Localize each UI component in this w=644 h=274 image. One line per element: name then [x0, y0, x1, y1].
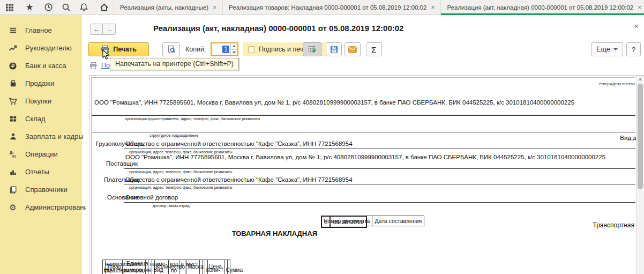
basis-value: Основной договор	[125, 194, 178, 201]
sidebar-item-bank-i-kassa[interactable]: ₽ Банк и касса	[0, 57, 82, 75]
date-header-cell: Дата составления	[372, 216, 424, 226]
supplier-label: Поставщик	[106, 160, 138, 167]
sidebar-item-prodazhi[interactable]: Продажи	[0, 75, 82, 92]
mouse-cursor	[102, 49, 110, 60]
sidebar-item-operatsii[interactable]: ДтКт Операции	[0, 145, 82, 163]
tab-bar: Реализация (акты, накладные) × Реализаци…	[114, 0, 644, 15]
print-tooltip: Напечатать на принтере (Ctrl+Shift+P)	[110, 58, 239, 70]
menu-lines-icon	[8, 26, 18, 35]
history-nav: ← →	[90, 24, 116, 35]
structural-unit-line	[92, 132, 635, 132]
activity-kind-note: Вид д	[620, 135, 636, 141]
col-qty-places: мест	[185, 260, 199, 274]
ruble-circle-icon: ₽	[8, 61, 18, 71]
tab-label: Реализация (акты, накладные)	[120, 4, 208, 11]
tab-label: Реализация товаров: Накладная 0000-00000…	[229, 4, 426, 11]
sidebar-item-zarplata[interactable]: Зарплата и кадры	[0, 128, 82, 145]
bag-icon	[8, 79, 18, 88]
col-qty-in: в	[179, 260, 185, 274]
toolbar: Печать Копий: 1 Подпись и печать ?	[86, 42, 644, 58]
page-title: Реализация (акт, накладная) 0000-000001 …	[153, 24, 403, 33]
sidebar-item-pokupki[interactable]: Покупки	[0, 92, 82, 110]
col-unit-name: наиме-	[148, 260, 168, 274]
form-title: ТОВАРНАЯ НАКЛАДНАЯ	[191, 229, 317, 238]
preview-magnifier-icon	[167, 45, 176, 54]
copies-label: Копий:	[185, 46, 206, 53]
underline	[124, 149, 635, 149]
payer-value: Общество с ограниченной ответственностью…	[125, 176, 353, 183]
books-icon	[8, 185, 18, 195]
save-button[interactable]	[326, 42, 342, 56]
scroll-up-icon[interactable]	[639, 78, 642, 80]
supplier-value: ООО "Ромашка", ИНН 7725895601, Москва г,…	[125, 154, 610, 161]
preview-button[interactable]	[162, 42, 180, 56]
number-value-cell: 1	[321, 216, 330, 227]
vertical-scrollbar[interactable]	[636, 76, 644, 274]
print-preview-panel: Утверждена постан ООО "Ромашка", ИНН 772…	[89, 75, 644, 274]
sidebar-item-otchety[interactable]: Отчеты	[0, 163, 82, 181]
edit-layout-button[interactable]	[303, 42, 321, 56]
floppy-disk-icon	[330, 46, 338, 54]
back-button[interactable]: ←	[90, 24, 103, 35]
print-button-label: Печать	[113, 46, 137, 53]
debit-credit-icon: ДтКт	[8, 150, 18, 159]
form-top-edge	[91, 77, 635, 78]
tab-realizatsiya-tovarov[interactable]: Реализация товаров: Накладная 0000-00000…	[223, 0, 441, 15]
warehouse-blocks-icon	[8, 114, 18, 124]
close-icon[interactable]: ×	[634, 21, 639, 31]
top-bar: ★ Реализация (акты, накладные) × Реализа…	[0, 0, 644, 15]
date-value-cell: 05.08.2019	[330, 216, 366, 227]
shipper-org-line: ООО "Ромашка", ИНН 7725895601, Москва г,…	[94, 99, 598, 107]
svg-text:₽: ₽	[11, 63, 14, 69]
tab-close-icon[interactable]: ×	[638, 4, 641, 11]
printer-stack-icon	[89, 62, 98, 70]
tab-realizatsiya-akt[interactable]: Реализация (акт, накладная) 0000-000001 …	[441, 0, 644, 15]
underline	[124, 202, 635, 203]
table-pencil-icon	[308, 45, 317, 54]
stepper-up-icon[interactable]	[231, 43, 237, 49]
underline	[124, 168, 635, 169]
transport-note: Транспортная	[593, 221, 634, 229]
notifications-bell-icon[interactable]	[78, 2, 89, 13]
history-icon[interactable]	[43, 2, 54, 13]
more-actions-button[interactable]: Еще	[591, 42, 623, 56]
bar-chart-icon	[8, 167, 18, 177]
home-icon[interactable]	[99, 2, 109, 13]
sidebar-item-administrirovanie[interactable]: ⚙ Администрирование	[0, 198, 82, 216]
favorites-star-icon[interactable]: ★	[24, 2, 35, 13]
caption-org: организация, адрес, телефон, факс, банко…	[129, 186, 233, 189]
copies-stepper[interactable]: 1	[211, 42, 238, 56]
sidebar-item-spravochniki[interactable]: Справочники	[0, 181, 82, 198]
tab-close-icon[interactable]: ×	[213, 4, 216, 11]
col-goods-name: наименование, характеристика, сорт	[103, 260, 146, 274]
scrollbar-thumb[interactable]	[638, 84, 643, 189]
search-icon[interactable]	[61, 2, 71, 13]
stepper-arrows	[230, 43, 237, 55]
underline	[124, 184, 635, 184]
cart-icon	[8, 97, 18, 106]
caption-org: организация, адрес, телефон, факс, банко…	[129, 150, 233, 154]
sign-and-stamp-checkbox[interactable]	[248, 46, 255, 53]
send-email-button[interactable]	[345, 42, 361, 56]
tab-label: Реализация (акт, накладная) 0000-000001 …	[447, 4, 633, 11]
sum-sigma-button[interactable]: Σ	[366, 42, 382, 56]
app-menu-icon[interactable]	[4, 2, 15, 13]
copies-input[interactable]: 1	[212, 43, 230, 55]
person-icon	[8, 132, 18, 142]
forward-button[interactable]: →	[103, 24, 116, 35]
envelope-icon	[348, 46, 357, 53]
tab-close-icon[interactable]: ×	[431, 4, 435, 11]
sidebar-item-glavnoe[interactable]: Главное	[0, 21, 82, 39]
sidebar-item-sklad[interactable]: Склад	[0, 110, 82, 128]
help-button[interactable]: ?	[626, 42, 641, 56]
caption-basis: договор, заказ-наряд	[153, 204, 190, 208]
form-left-edge	[91, 77, 92, 274]
document-window: ← → Реализация (акт, накладная) 0000-000…	[86, 15, 644, 274]
more-actions-label: Еще	[596, 46, 610, 53]
chevron-down-icon	[613, 48, 618, 50]
approved-note: Утверждена постан	[598, 82, 635, 86]
stepper-down-icon[interactable]	[231, 49, 237, 56]
print-button[interactable]: Печать	[88, 42, 149, 56]
tab-realizatsiya-list[interactable]: Реализация (акты, накладные) ×	[114, 0, 223, 15]
sidebar-item-rukovoditelyu[interactable]: Руководителю	[0, 39, 82, 57]
